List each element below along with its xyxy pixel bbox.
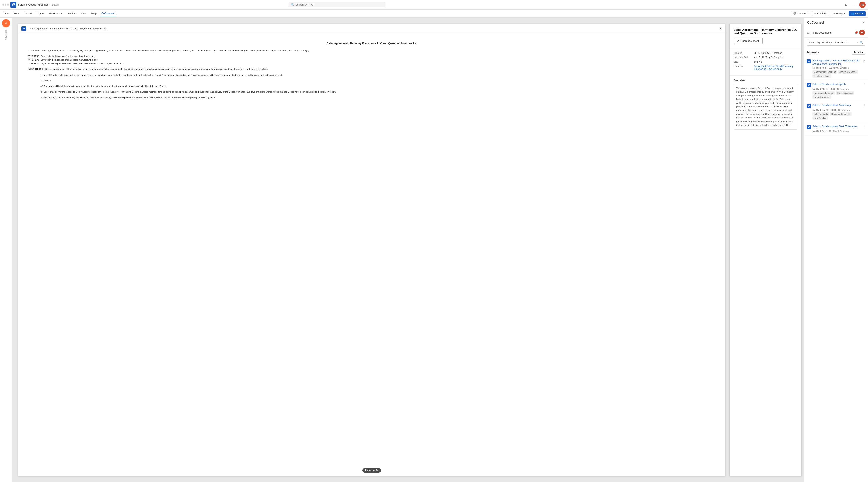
open-document-button[interactable]: ↗ Open document	[734, 37, 763, 44]
cp-nav-title: Find documents	[813, 31, 853, 34]
results-count: 24 results	[807, 51, 851, 54]
editing-button[interactable]: ✏ Editing ▾	[831, 11, 847, 16]
saved-badge: · Saved	[51, 3, 59, 6]
titlebar-actions: ⚙ ··· AB	[843, 2, 866, 8]
chevron-down-icon-share: ▾	[862, 12, 863, 15]
meta-section: Created Jul 7, 2023 by S. Simpson Last m…	[730, 49, 802, 75]
doc-title: Sales of Goods Agreement	[18, 3, 49, 6]
result-tags: Disclosure statementTax sale processProp…	[812, 91, 865, 99]
result-external-link[interactable]: ↗	[863, 125, 865, 128]
location-link[interactable]: Sharepoint/Sales of Goods/Harmony Electr…	[754, 65, 798, 70]
cocounsel-logo[interactable]: C	[2, 19, 10, 27]
result-tag[interactable]: Sales of goods	[812, 113, 829, 116]
external-link-icon: ↗	[737, 39, 739, 42]
result-word-icon: W	[807, 83, 811, 87]
meta-size: Size 655 KB	[734, 60, 798, 63]
overview-box: This comprehensive Sales of Goods contra…	[734, 84, 798, 130]
meta-created: Created Jul 7, 2023 by S. Simpson	[734, 52, 798, 55]
user-avatar[interactable]: AB	[859, 2, 866, 8]
doc-heading: Sales Agreement - Harmony Electronics LL…	[28, 41, 715, 45]
menubar: File Home Insert Layout References Revie…	[0, 10, 868, 18]
doc-preview: W Sales Agreement - Harmony Electronics …	[18, 24, 725, 476]
comments-icon: 💬	[793, 12, 796, 15]
popup-word-icon: W	[22, 26, 26, 31]
window-controls	[2, 4, 9, 6]
menu-insert[interactable]: Insert	[23, 11, 34, 16]
result-tag[interactable]: New York law	[812, 117, 828, 120]
cp-results-header: 24 results ⇅ Sort ▾	[804, 48, 868, 57]
cocounsel-icon: C	[4, 21, 8, 26]
result-item: WSales of Goods contract Stark Enterpris…	[804, 122, 868, 136]
cp-nav: ⌂ | Find documents 📌 AB	[804, 28, 868, 37]
search-go-button[interactable]: 🔍	[860, 41, 863, 44]
overview-title: Overview	[734, 79, 798, 82]
result-tag[interactable]: Disclosure statement	[812, 91, 835, 95]
doc-para-0: This Sale of Goods Agreement, dated as o…	[28, 49, 715, 53]
doc-content: Sales Agreement - Harmony Electronics LL…	[18, 33, 725, 109]
result-tag[interactable]: Overtime calcul...	[812, 74, 831, 77]
page-indicator: Page 1 of 24	[363, 468, 381, 473]
result-external-link[interactable]: ↗	[863, 83, 865, 86]
cp-close-button[interactable]: ×	[863, 21, 865, 25]
result-tag[interactable]: Cross-border issues	[830, 113, 851, 116]
result-title[interactable]: Sales of Goods contract Acme Corp	[812, 104, 861, 107]
result-word-icon: W	[807, 59, 811, 63]
result-tag[interactable]: Property redem...	[812, 95, 831, 99]
catchup-icon: ↩	[814, 12, 816, 15]
result-external-link[interactable]: ↗	[863, 104, 865, 107]
result-tag[interactable]: Assistant Manag...	[838, 70, 858, 73]
comments-button[interactable]: 💬 Comments	[791, 11, 811, 16]
search-input[interactable]	[296, 3, 383, 6]
result-title[interactable]: Sales of Goods contract Spotify	[812, 83, 861, 86]
cp-results: WSales Agreement - Harmony Electronics L…	[804, 57, 868, 482]
menu-cocounsel[interactable]: CoCounsel	[99, 11, 116, 17]
menu-home[interactable]: Home	[11, 11, 23, 16]
menu-help[interactable]: Help	[89, 11, 99, 16]
result-tag[interactable]: Tax sale process	[836, 91, 854, 95]
result-tag[interactable]: Management Exception	[812, 70, 837, 73]
chevron-down-icon: ▾	[844, 12, 845, 15]
menubar-right: 💬 Comments ↩ Catch Up ✏ Editing ▾ 👥 Shar…	[791, 11, 866, 16]
result-tags: Sales of goodsCross-border issuesNew Yor…	[812, 113, 865, 120]
menu-layout[interactable]: Layout	[35, 11, 46, 16]
result-meta: Modified: Jun 16, 2023 by S. Simpson	[812, 109, 865, 111]
catchup-button[interactable]: ↩ Catch Up	[812, 11, 830, 16]
result-title[interactable]: Sales of Goods contract Stark Enterprise…	[812, 125, 861, 128]
menu-references[interactable]: References	[47, 11, 64, 16]
sort-chevron-icon: ▾	[862, 51, 863, 54]
result-external-link[interactable]: ↗	[863, 59, 865, 62]
popup-overlay: W Sales Agreement - Harmony Electronics …	[12, 18, 804, 482]
sort-button[interactable]: ⇅ Sort ▾	[851, 50, 865, 55]
titlebar: W Sales of Goods Agreement · Saved 🔍 ⚙ ·…	[0, 0, 868, 10]
search-clear-button[interactable]: ✕	[856, 41, 858, 44]
pin-icon[interactable]: 📌	[855, 31, 858, 34]
settings-icon[interactable]: ⚙	[843, 2, 849, 8]
overview-section: Overview This comprehensive Sales of Goo…	[730, 75, 802, 133]
cp-nav-separator: |	[811, 31, 811, 34]
more-icon[interactable]: ···	[851, 2, 858, 8]
cocounsel-sidebar-label: CoCounsel	[5, 30, 7, 39]
doc-para-4: 2. Delivery.	[40, 79, 715, 82]
cp-search-input[interactable]	[809, 41, 855, 44]
menu-review[interactable]: Review	[65, 11, 78, 16]
meta-location: Location Sharepoint/Sales of Goods/Harmo…	[734, 65, 798, 70]
doc-para-5: (a) The goods will be delivered within a…	[40, 84, 715, 88]
search-icon: 🔍	[291, 3, 294, 6]
doc-para-7: 3. Non-Delivery. The quantity of any ins…	[40, 96, 715, 99]
search-bar[interactable]: 🔍	[288, 2, 385, 7]
cp-nav-actions: 📌 AB	[855, 30, 865, 35]
result-title[interactable]: Sales Agreement - Harmony Electronics LL…	[812, 59, 861, 66]
popup-header: W Sales Agreement - Harmony Electronics …	[18, 24, 725, 33]
share-button[interactable]: 👥 Share ▾	[848, 11, 866, 16]
cp-search-wrap[interactable]: ✕ 🔍	[807, 39, 865, 45]
title-area: Sales of Goods Agreement · Saved	[18, 3, 59, 6]
cp-home-button[interactable]: ⌂	[807, 31, 809, 34]
doc-para-1: WHEREAS, Seller is in the business of se…	[28, 55, 715, 65]
menu-file[interactable]: File	[2, 11, 11, 16]
result-item: WSales Agreement - Harmony Electronics L…	[804, 57, 868, 80]
menu-view[interactable]: View	[79, 11, 88, 16]
cp-user-avatar[interactable]: AB	[859, 30, 865, 35]
popup-close-button[interactable]: ✕	[719, 26, 722, 31]
result-meta: Modified: Mar 6, 2023 by S. Simpson	[812, 88, 865, 90]
pen-icon: ✏	[833, 12, 835, 15]
